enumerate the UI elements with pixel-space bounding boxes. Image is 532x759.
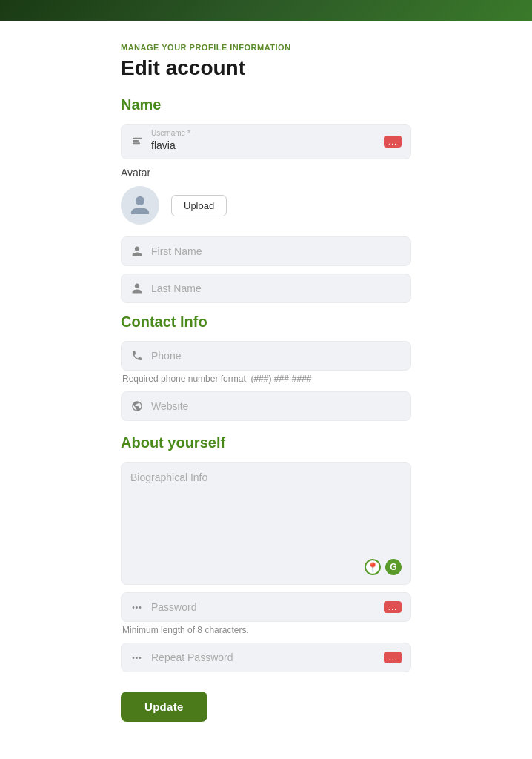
phone-helper-text: Required phone number format: (###) ###-… — [121, 374, 411, 384]
last-name-input[interactable] — [151, 282, 402, 294]
about-section-heading: About yourself — [121, 434, 411, 451]
password-wrapper: ••• ... — [121, 592, 411, 622]
repeat-password-more-button[interactable]: ... — [384, 652, 402, 663]
password-helper-text: Minimum length of 8 characters. — [121, 625, 411, 635]
bio-wrapper: 📍 G — [121, 462, 411, 585]
upload-button[interactable]: Upload — [171, 195, 227, 216]
password-more-button[interactable]: ... — [384, 601, 402, 613]
avatar-icon — [129, 194, 151, 216]
username-field-wrapper: Username * ... — [121, 124, 411, 159]
phone-input[interactable] — [151, 350, 402, 362]
last-name-wrapper — [121, 274, 411, 303]
repeat-password-wrapper: ••• ... — [121, 643, 411, 672]
page-title: Edit account — [121, 56, 411, 80]
section-label: MANAGE YOUR PROFILE INFORMATION — [121, 43, 411, 52]
first-name-icon — [130, 245, 144, 258]
pin-icon[interactable]: 📍 — [365, 559, 381, 575]
website-input[interactable] — [151, 400, 402, 412]
last-name-icon — [130, 282, 144, 295]
username-input[interactable] — [151, 139, 384, 151]
svg-rect-1 — [133, 140, 139, 142]
website-wrapper — [121, 391, 411, 421]
repeat-password-icon: ••• — [130, 651, 144, 664]
username-more-button[interactable]: ... — [384, 136, 402, 148]
bio-input[interactable] — [130, 471, 402, 553]
first-name-input[interactable] — [151, 245, 402, 257]
avatar-section: Upload — [121, 186, 411, 225]
phone-wrapper — [121, 341, 411, 371]
name-section-heading: Name — [121, 96, 411, 113]
avatar-label: Avatar — [121, 167, 411, 179]
username-icon — [130, 135, 144, 148]
grammarly-icon[interactable]: G — [385, 559, 402, 575]
svg-rect-0 — [133, 138, 142, 139]
repeat-password-input[interactable] — [151, 652, 384, 663]
password-icon: ••• — [130, 600, 144, 614]
username-label: Username * — [151, 129, 190, 137]
textarea-icons: 📍 G — [130, 559, 402, 575]
svg-rect-2 — [133, 142, 140, 144]
website-icon — [130, 400, 144, 413]
avatar-image — [121, 186, 159, 225]
update-button[interactable]: Update — [121, 692, 207, 722]
first-name-wrapper — [121, 236, 411, 266]
top-bar — [0, 0, 532, 21]
contact-section-heading: Contact Info — [121, 314, 411, 331]
password-input[interactable] — [151, 601, 384, 613]
phone-icon — [130, 349, 144, 362]
